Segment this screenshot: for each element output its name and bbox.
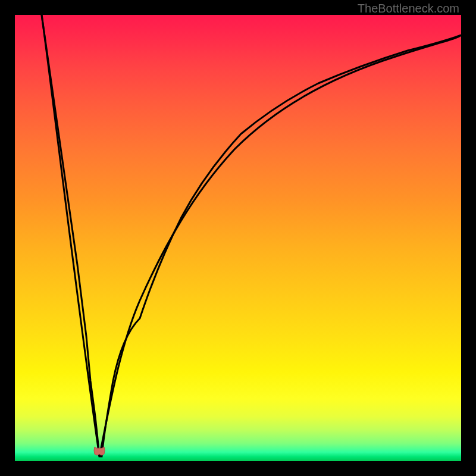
bottleneck-curve: [15, 15, 461, 461]
watermark-text: TheBottleneck.com: [358, 2, 459, 15]
bottleneck-marker: [92, 446, 107, 458]
chart-plot-area: [15, 15, 461, 461]
